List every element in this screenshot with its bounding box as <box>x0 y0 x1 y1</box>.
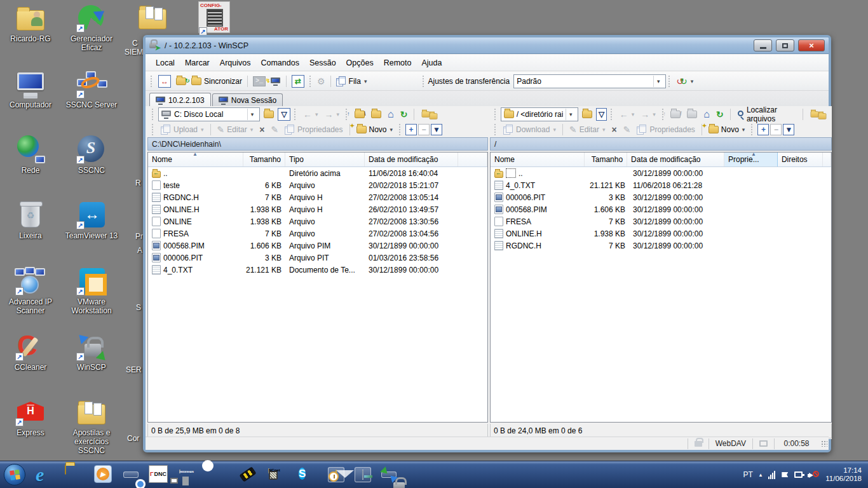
local-refresh-button[interactable]: ↻ <box>398 108 410 121</box>
remote-edit-button[interactable]: ✎Editar▾ <box>567 123 608 136</box>
desktop-icon-gerenciador-eficaz[interactable]: ↗ Gerenciador Eficaz <box>62 4 121 52</box>
taskbar-dnc-app[interactable]: ΓDNC <box>149 465 169 484</box>
local-open-directory-button[interactable] <box>261 109 276 119</box>
remote-tree-button[interactable] <box>807 107 830 121</box>
taskbar-media-player[interactable]: ▶ <box>94 465 113 484</box>
remote-command-button[interactable]: ↯ <box>268 76 283 86</box>
column-header-tamanho[interactable]: Tamanho <box>585 152 627 166</box>
local-collapse-button[interactable]: − <box>418 124 430 135</box>
menu-marcar[interactable]: Marcar <box>180 57 215 69</box>
file-row[interactable]: 000006.PIT 3 KB 30/12/1899 00:00:00 <box>491 191 831 203</box>
column-header-direitos[interactable]: Direitos <box>778 152 823 166</box>
local-properties-button[interactable]: Propriedades <box>282 123 345 136</box>
taskbar-connector-app[interactable] <box>239 465 258 484</box>
transfer-options-button[interactable]: ⇄ <box>289 74 307 89</box>
remote-home-button[interactable]: ⌂ <box>701 107 712 121</box>
column-header-tamanho[interactable]: Tamanho <box>243 152 285 166</box>
find-files-button[interactable]: Localizar arquivos <box>735 104 799 125</box>
remote-path-bar[interactable]: / <box>490 137 832 151</box>
desktop-icon-sscnc-server[interactable]: ↗ SSCNC Server <box>62 70 121 109</box>
local-back-button[interactable]: ←▾ <box>301 108 321 121</box>
remote-filter2-button[interactable]: ▼ <box>783 124 794 135</box>
network-connection-icon[interactable] <box>794 471 803 478</box>
file-row[interactable]: ONLINE.H 1.938 KB 30/12/1899 00:00:00 <box>491 227 831 240</box>
desktop-icon-vmware[interactable]: ↗ VMware Workstation <box>62 267 121 315</box>
remote-refresh-button[interactable]: ↻ <box>714 108 726 121</box>
taskbar-skype[interactable]: S <box>299 465 318 484</box>
desktop-icon-sscnc[interactable]: S↗ SSCNC <box>62 135 121 175</box>
local-drive-combo[interactable]: C: Disco Local▾ <box>158 107 260 121</box>
file-row[interactable]: 4_0.TXT 21.121 KB 11/06/2018 06:21:28 <box>491 179 831 191</box>
tab-new-session[interactable]: Nova Sessão <box>212 93 283 106</box>
menu-remoto[interactable]: Remoto <box>379 57 417 69</box>
remote-rename-button[interactable]: ✎ <box>621 123 634 136</box>
network-signal-icon[interactable] <box>768 471 775 479</box>
file-row[interactable]: 000568.PIM 1.606 KB 30/12/1899 00:00:00 <box>491 203 831 215</box>
download-button[interactable]: Download▾ <box>501 123 559 136</box>
file-row[interactable]: teste 6 KB Arquivo 20/02/2018 15:21:07 <box>148 179 487 191</box>
queue-button[interactable]: Fila▾ <box>334 75 370 88</box>
remote-new-button[interactable]: ✦Novo▾ <box>706 124 748 135</box>
taskbar-file-explorer[interactable] <box>65 465 84 484</box>
local-new-button[interactable]: ✦Novo▾ <box>354 124 396 135</box>
lock-status[interactable] <box>688 438 709 449</box>
column-header-tipo[interactable]: Tipo <box>285 152 365 166</box>
file-row[interactable]: 000568.PIM 1.606 KB Arquivo PIM 30/12/18… <box>148 240 487 252</box>
remote-collapse-button[interactable]: − <box>770 124 782 135</box>
remote-open-directory-button[interactable] <box>580 109 595 119</box>
remote-delete-button[interactable]: × <box>609 123 620 136</box>
remote-directory-combo[interactable]: / <diretório rai▾ <box>501 107 579 121</box>
taskbar-chrome[interactable] <box>123 471 139 478</box>
file-row[interactable]: FRESA 7 KB Arquivo 27/02/2008 13:04:56 <box>148 227 487 240</box>
compare-directories-button[interactable]: ↔ <box>156 74 173 89</box>
file-row[interactable]: RGDNC.H 7 KB Arquivo H 27/02/2008 13:05:… <box>148 191 487 203</box>
local-edit-button[interactable]: ✎Editar▾ <box>215 123 256 136</box>
file-row[interactable]: 000006.PIT 3 KB Arquivo PIT 01/03/2016 2… <box>148 252 487 264</box>
local-tree-button[interactable] <box>418 107 441 121</box>
upload-button[interactable]: Upload▾ <box>158 123 207 136</box>
desktop-icon-apostilas[interactable]: Apostilas e exercícios SSCNC <box>62 398 121 455</box>
maximize-button[interactable] <box>776 39 794 51</box>
taskbar-outlook[interactable] <box>328 467 344 482</box>
local-delete-button[interactable]: × <box>257 123 267 136</box>
local-path-bar[interactable]: C:\DNC\Heidenhain\ <box>147 137 488 151</box>
desktop-icon-ccleaner[interactable]: C↗ CCleaner <box>1 332 60 372</box>
remote-session-status[interactable] <box>752 438 774 449</box>
file-row[interactable]: ONLINE.H 1.938 KB Arquivo H 26/02/2010 1… <box>148 203 487 215</box>
synchronize-button[interactable]: ↻Sincronizar <box>189 76 245 87</box>
remote-properties-button[interactable]: Propriedades <box>634 123 697 136</box>
desktop-icon-ricardo-rg[interactable]: Ricardo-RG <box>1 4 60 43</box>
transfer-preset-cycle-button[interactable]: ↺↻▾ <box>674 75 696 88</box>
menu-arquivos[interactable]: Arquivos <box>215 57 256 69</box>
tab-session-10-2-2-103[interactable]: 10.2.2.103 <box>149 93 211 107</box>
remote-forward-button[interactable]: →▾ <box>638 108 658 121</box>
remote-filter-button[interactable]: ▽ <box>596 108 607 121</box>
close-button[interactable]: × <box>798 39 825 51</box>
column-header-data[interactable]: Data de modificação <box>365 152 458 166</box>
local-filter2-button[interactable]: ▼ <box>431 124 442 135</box>
file-row[interactable]: FRESA 7 KB 30/12/1899 00:00:00 <box>491 215 831 227</box>
desktop-icon-advanced-ip-scanner[interactable]: ↗ Advanced IP Scanner <box>1 267 60 315</box>
tray-expand-arrow[interactable]: ▴ <box>759 471 763 478</box>
desktop-icon-lixeira[interactable]: ♻ Lixeira <box>1 201 60 240</box>
menu-comandos[interactable]: Comandos <box>255 57 304 69</box>
taskbar-red-app[interactable] <box>210 465 229 484</box>
title-bar[interactable]: ➤ / - 10.2.2.103 - WinSCP × <box>146 37 829 54</box>
remote-expand-button[interactable]: + <box>757 124 769 135</box>
desktop-icon-rede[interactable]: Rede <box>1 135 60 175</box>
desktop-icon-teamviewer[interactable]: ↔↗ TeamViewer 13 <box>62 201 121 240</box>
desktop-icon-express[interactable]: H↗ Express <box>1 398 60 437</box>
local-home-button[interactable]: ⌂ <box>385 107 397 121</box>
clock[interactable]: 17:14 11/06/2018 <box>825 466 862 483</box>
transfer-preset-combo[interactable]: Padrão▾ <box>513 74 666 88</box>
start-button[interactable] <box>4 464 25 485</box>
minimize-button[interactable] <box>754 39 772 51</box>
session-timer[interactable]: 0:00:58 <box>774 438 818 449</box>
preferences-button[interactable]: ⚙ <box>315 75 328 88</box>
column-header-nome[interactable]: Nome <box>491 152 585 166</box>
volume-muted-icon[interactable] <box>809 470 819 479</box>
protocol-status[interactable]: WebDAV <box>709 438 752 449</box>
menu-opcoes[interactable]: Opções <box>341 57 379 69</box>
file-row-selected[interactable]: .. 30/12/1899 00:00:00 <box>491 167 831 179</box>
column-header-data[interactable]: Data de modificação <box>627 152 724 166</box>
